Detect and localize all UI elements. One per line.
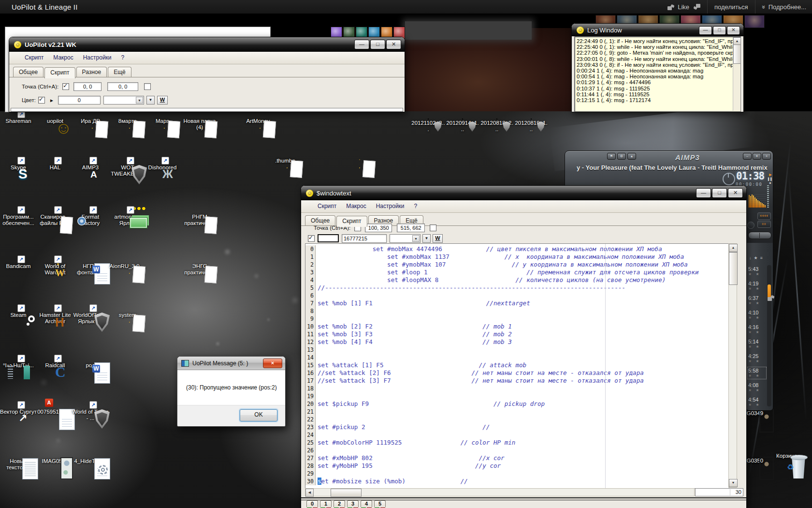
aimp-settings-button[interactable]: ⚙ bbox=[617, 153, 626, 160]
macro-tab-1[interactable]: 1 bbox=[319, 500, 332, 508]
maximize-button[interactable]: □ bbox=[713, 26, 726, 35]
playlist-entry[interactable]: 4:10★ ★ bbox=[748, 310, 766, 320]
desktop-icon-format-factory[interactable]: ↗Format Factory bbox=[72, 213, 109, 226]
like-button[interactable]: Like bbox=[666, 3, 691, 11]
rating-stars[interactable]: ★ ★ bbox=[748, 403, 766, 407]
desktop-icon-hal[interactable]: ↗HAL bbox=[37, 164, 73, 171]
scroll-up-button[interactable]: ▲ bbox=[729, 244, 738, 252]
editor-vertical-scrollbar[interactable]: ▲ ▼ bbox=[728, 243, 737, 488]
code-line-0[interactable]: 0 set #mobMax 4474496 // цвет пикселя в … bbox=[305, 245, 729, 253]
code-line-13[interactable]: 13 bbox=[305, 346, 729, 354]
rating-stars[interactable]: ★ ★ bbox=[748, 272, 766, 277]
code-line-18[interactable]: 18 bbox=[305, 385, 729, 392]
color-dropdown[interactable] bbox=[103, 96, 144, 105]
aimp-volume-bar[interactable] bbox=[767, 185, 769, 208]
editor-horizontal-scrollbar[interactable]: ◀ bbox=[305, 488, 695, 496]
tab-Скрипт[interactable]: Скрипт bbox=[336, 216, 367, 227]
macro-tab-2[interactable]: 2 bbox=[333, 500, 346, 508]
code-line-28[interactable]: 28set #yMobHP 195 //y cor bbox=[305, 462, 729, 470]
maximize-button[interactable]: □ bbox=[712, 188, 727, 198]
scroll-down-button[interactable]: ▼ bbox=[729, 479, 738, 487]
desktop-icon-recycle-bin[interactable]: ♻Корзина bbox=[768, 452, 805, 459]
point-y-field[interactable]: 0, 0 bbox=[107, 82, 138, 91]
scroll-thumb[interactable] bbox=[733, 45, 741, 64]
aimp-round-button[interactable] bbox=[747, 222, 754, 229]
mini-title-bar[interactable]: UoPilot v2.21 WK — □ ✕ bbox=[9, 37, 405, 52]
desktop-icon-skype[interactable]: S↗Skype bbox=[0, 164, 37, 171]
code-line-2[interactable]: 2 set #ymobMax 107 // у координата в мак… bbox=[305, 261, 729, 269]
desktop-icon-uopilot[interactable]: ☺uopilot bbox=[37, 117, 73, 124]
code-line-21[interactable]: 21 bbox=[305, 408, 729, 416]
dialog-title-bar[interactable]: UoPilot Message (5: ) × bbox=[177, 357, 285, 370]
point-y-field[interactable]: 515, 662 bbox=[397, 224, 425, 232]
aimp-flag-button[interactable]: ⚑ bbox=[607, 153, 616, 160]
desktop-icon-aionru[interactable]: AionRU_3.0.... bbox=[109, 262, 146, 269]
menu-item-?[interactable]: ? bbox=[116, 53, 130, 62]
desktop-icon-video-20120819[interactable]: 20120819_1... bbox=[514, 119, 548, 133]
code-line-30[interactable]: 30set #mobsize size (%mob) // bbox=[305, 478, 729, 485]
desktop-icon-video-20120818[interactable]: 20120818_2... bbox=[480, 119, 514, 133]
ok-button[interactable]: OK bbox=[240, 409, 277, 421]
menu-item-Скрипт[interactable]: Скрипт bbox=[313, 202, 341, 211]
playlist-entry[interactable]: 6:37★ ★ bbox=[748, 295, 766, 306]
macro-tab-4[interactable]: 4 bbox=[360, 500, 373, 508]
macro-tab-0[interactable]: 0 bbox=[306, 500, 319, 508]
color-value-field[interactable]: 0 bbox=[58, 96, 101, 105]
minimize-button[interactable]: — bbox=[699, 26, 712, 35]
desktop-icon-programs[interactable]: ↗Программ... обеспечен... bbox=[0, 213, 37, 226]
w-button[interactable]: W bbox=[157, 96, 168, 105]
desktop-icon-system-folder[interactable]: system bbox=[109, 311, 146, 318]
code-line-5[interactable]: 5//-------------------------------------… bbox=[305, 284, 729, 292]
menu-item-Макрос[interactable]: Макрос bbox=[341, 202, 371, 211]
aimp-playlist-button[interactable]: ≡≡ bbox=[757, 221, 771, 228]
menu-item-Настройки[interactable]: Настройки bbox=[78, 53, 116, 62]
desktop-icon-steam[interactable]: ↗Steam bbox=[0, 311, 37, 318]
code-line-9[interactable]: 9 bbox=[305, 315, 729, 323]
code-line-29[interactable]: 29 bbox=[305, 470, 729, 478]
tab-Разное[interactable]: Разное bbox=[76, 67, 107, 77]
desktop-icon-video-20120914[interactable]: 20120914_1... bbox=[446, 119, 479, 133]
desktop-icon-rngm[interactable]: РНГМ практичес... bbox=[181, 213, 218, 226]
code-line-8[interactable]: 8 bbox=[305, 307, 729, 315]
scroll-up-button[interactable]: ▲ bbox=[733, 37, 741, 45]
desktop-icon-world-of-warcraft[interactable]: W↗World of Warcraft bbox=[37, 262, 73, 276]
aimp-seek-slider[interactable] bbox=[748, 232, 771, 239]
rating-stars[interactable]: ★ ★ bbox=[748, 388, 766, 393]
desktop-icon-pdf-0075951[interactable]: A0075951_62... bbox=[37, 408, 73, 415]
code-line-3[interactable]: 3 set #loop 1 // пременная служит для от… bbox=[305, 269, 729, 276]
dialog-close-button[interactable]: × bbox=[263, 359, 282, 368]
playlist-entry[interactable]: 4:25★ ★ bbox=[748, 353, 766, 364]
code-line-23[interactable]: 23set #pickup 2 // bbox=[305, 423, 729, 431]
code-line-15[interactable]: 15set %attack [1] F5 // attack mob bbox=[305, 361, 729, 369]
macro-tab-3[interactable]: 3 bbox=[347, 500, 359, 508]
menu-item-Макрос[interactable]: Макрос bbox=[48, 53, 78, 62]
desktop-icon-vektor-surgut[interactable]: ↗↗Вектор Сургут bbox=[0, 408, 37, 415]
aimp-power-button[interactable] bbox=[723, 173, 735, 185]
playlist-entry[interactable]: 4:54★ ★ bbox=[748, 397, 766, 407]
point-x-field[interactable]: 0, 0 bbox=[73, 82, 102, 91]
desktop-icon-maps[interactable]: Maps bbox=[144, 117, 181, 124]
desktop-icon-artmoney-folder[interactable]: ArtMoney bbox=[240, 117, 276, 124]
minimize-button[interactable]: — bbox=[354, 40, 369, 49]
log-scrollbar[interactable]: ▲ bbox=[733, 37, 740, 111]
code-line-27[interactable]: 27set #xMobHP 802 //x cor bbox=[305, 454, 729, 462]
macro-tab-5[interactable]: 5 bbox=[374, 500, 386, 508]
menu-item-?[interactable]: ? bbox=[409, 202, 422, 211]
desktop-icon-hidetool[interactable]: 4_HideTool... bbox=[72, 457, 109, 464]
desktop-icon-8marta[interactable]: 8марта bbox=[109, 117, 146, 124]
dropdown-arrow-button[interactable]: ▼ bbox=[146, 96, 155, 105]
script-editor[interactable]: 0 set #mobMax 4474496 // цвет пикселя в … bbox=[305, 243, 729, 489]
scroll-thumb[interactable] bbox=[768, 284, 771, 301]
desktop-icon-thumbn[interactable]: .thumbn bbox=[267, 157, 304, 164]
minimize-button[interactable]: — bbox=[696, 188, 711, 198]
rating-stars[interactable]: ★ ★ bbox=[748, 359, 766, 364]
code-line-17[interactable]: 17//set %attack [3] F7 // нет маны стоит… bbox=[305, 377, 729, 385]
menu-item-Скрипт[interactable]: Скрипт bbox=[20, 53, 48, 62]
desktop-icon-ira-dr[interactable]: Ира ДР bbox=[72, 117, 109, 124]
desktop-icon-new-text[interactable]: Новый текстов... bbox=[0, 457, 37, 471]
more-button[interactable]: » Подробнее... bbox=[760, 3, 809, 11]
code-line-24[interactable]: 24 bbox=[305, 431, 729, 439]
desktop-icon-hamster[interactable]: H↗Hamster Lite Archiver bbox=[37, 311, 73, 325]
code-line-11[interactable]: 11set %mob [3] F3 // mob 2 bbox=[305, 330, 729, 338]
desktop-icon-shareman[interactable]: ↗Shareman bbox=[0, 117, 37, 124]
